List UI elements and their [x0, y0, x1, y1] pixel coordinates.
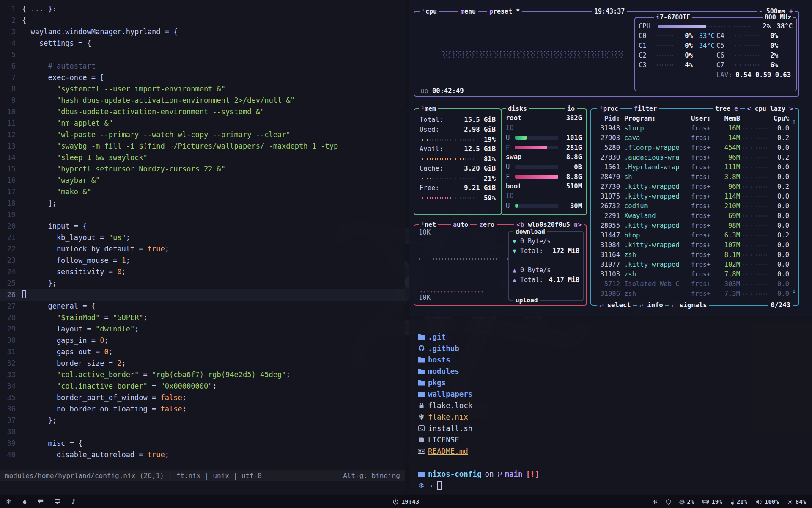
info-button[interactable]: ↵ info [637, 301, 665, 310]
code-line[interactable]: 21 kb_layout = "us"; [0, 232, 405, 243]
process-row[interactable]: 31086zshfros+7.3M0.0 [596, 289, 795, 299]
process-row[interactable]: 27903cavafros+14M0.2 [596, 133, 795, 143]
code-line[interactable]: 17 "mako &" [0, 186, 405, 198]
code-line[interactable]: 37 }; [0, 415, 405, 426]
sort-selector[interactable]: < cpu lazy > [745, 104, 795, 113]
core-row: C40% [716, 31, 793, 41]
code-line[interactable]: 15 "hyprctl setcursor Nordzy-cursors 22 … [0, 163, 405, 175]
line-number: 15 [0, 163, 22, 175]
prompt-input[interactable]: ❄ → [414, 480, 812, 491]
process-row[interactable]: 31075.kitty-wrappedfros+114M0.0 [596, 192, 795, 202]
editor-statusline: modules/home/hyprland/config.nix (26,1) … [0, 470, 405, 481]
process-row[interactable]: 31447btopfros+6.3M0.2 [596, 231, 795, 240]
code-line[interactable]: 39 misc = { [0, 438, 405, 449]
display-icon[interactable] [55, 499, 60, 504]
process-row[interactable]: 31103zshfros+7.8M0.0 [596, 270, 795, 279]
launcher-flame-icon[interactable] [22, 499, 27, 505]
scroll-up-icon[interactable]: ↑ [792, 118, 796, 125]
process-row[interactable]: 5280.floorp-wrappefros+454M0.0 [596, 143, 795, 153]
code-line[interactable]: 6 # autostart [0, 61, 405, 72]
process-row[interactable]: 27730.kitty-wrappedfros+96M0.2 [596, 182, 795, 192]
code-line[interactable]: 20 input = { [0, 221, 405, 232]
code-line[interactable]: 13 "swaybg -m fill -i $(find ~/Pictures/… [0, 141, 405, 152]
code-line[interactable]: 38 [0, 426, 405, 438]
process-row[interactable]: 31948slurpfros+16M0.0 [596, 124, 795, 133]
temperature-module[interactable]: 21% [731, 498, 747, 505]
line-number: 3 [0, 26, 22, 38]
code-line[interactable]: 1{ ... }: [0, 3, 405, 15]
network-tray-icon[interactable] [653, 499, 658, 505]
process-row[interactable]: 31077.kitty-wrappedfros+102M0.0 [596, 260, 795, 270]
process-row[interactable]: 2291Xwaylandfros+69M0.0 [596, 211, 795, 221]
preset-button[interactable]: preset * [487, 7, 522, 16]
clock-module[interactable]: 19:43 [393, 498, 419, 505]
memory-usage-module[interactable]: 19% [702, 498, 722, 505]
code-line[interactable]: 7 exec-once = [ [0, 72, 405, 83]
code-line[interactable]: 40 disable_autoreload = true; [0, 449, 405, 461]
code-line[interactable]: 12 "wl-paste --primary --watch wl-copy -… [0, 129, 405, 141]
code-line[interactable]: 36 no_border_on_floating = false; [0, 403, 405, 415]
process-row[interactable]: 31084.kitty-wrappedfros+107M0.0 [596, 240, 795, 250]
code-line[interactable]: 16 "waybar &" [0, 175, 405, 186]
line-number: 33 [0, 369, 22, 381]
process-row[interactable]: 1561.Hyprland-wrapfros+111M0.0 [596, 163, 795, 172]
code-line[interactable]: 33 "col.active_border" = "rgb(cba6f7) rg… [0, 369, 405, 381]
code-line[interactable]: 3 wayland.windowManager.hyprland = { [0, 26, 405, 38]
code-line[interactable]: 30 gaps_in = 0; [0, 335, 405, 346]
code-line[interactable]: 26 [0, 289, 405, 301]
code-line[interactable]: 4 settings = { [0, 38, 405, 49]
code-line[interactable]: 23 follow_mouse = 1; [0, 255, 405, 266]
code-line[interactable]: 31 gaps_out = 0; [0, 346, 405, 358]
process-row[interactable]: 28470shfros+3.8M0.0 [596, 172, 795, 182]
cpu-usage-module[interactable]: 2% [679, 498, 694, 505]
code-line[interactable]: 25 }; [0, 278, 405, 289]
code-line[interactable]: 5 [0, 49, 405, 61]
code-line[interactable]: 8 "systemctl --user import-environment &… [0, 83, 405, 95]
code-line[interactable]: 2{ [0, 15, 405, 26]
code-line[interactable]: 35 border_part_of_window = false; [0, 392, 405, 403]
code-line[interactable]: 29 layout = "dwindle"; [0, 323, 405, 335]
signals-button[interactable]: ↵ signals [669, 301, 709, 310]
mem-stat-row: Avail:12.5 GiB [420, 144, 496, 154]
code-line[interactable]: 18 ]; [0, 198, 405, 209]
code-line[interactable]: 19 [0, 209, 405, 221]
net-auto-button[interactable]: auto [451, 220, 470, 229]
notifications-icon[interactable] [38, 499, 44, 504]
line-number: 10 [0, 106, 22, 118]
filter-button[interactable]: filter [632, 104, 659, 113]
line-number: 2 [0, 15, 22, 26]
code-line[interactable]: 9 "hash dbus-update-activation-environme… [0, 95, 405, 106]
github-icon [414, 345, 428, 351]
scroll-down-icon[interactable]: ↓ [792, 287, 796, 295]
editor-lines[interactable]: 1{ ... }:2{3 wayland.windowManager.hyprl… [0, 3, 405, 461]
terminal-window: .git.githubhostsmodulespkgswallpapersfla… [409, 318, 812, 494]
mem-meter-row: 19% [420, 135, 496, 144]
statusline-file-info: modules/home/hyprland/config.nix (26,1) … [5, 470, 262, 481]
net-zero-button[interactable]: zero [477, 220, 497, 229]
code-line[interactable]: 28 "$mainMod" = "SUPER"; [0, 312, 405, 323]
nix-launcher-icon[interactable]: ❄ [6, 498, 11, 505]
io-mode-button[interactable]: io [565, 104, 577, 113]
volume-module[interactable]: 100% [756, 498, 779, 505]
code-line[interactable]: 32 border_size = 2; [0, 358, 405, 369]
shield-tray-icon[interactable] [666, 499, 671, 505]
process-row[interactable]: 28055.kitty-wrappedfros+98M0.0 [596, 221, 795, 231]
tree-toggle[interactable]: tree e [713, 104, 740, 113]
process-row[interactable]: 26732codiumfros+210M0.0 [596, 202, 795, 211]
code-line[interactable]: 10 "dbus-update-activation-environment -… [0, 106, 405, 118]
code-line[interactable]: 27 general = { [0, 301, 405, 312]
process-row[interactable]: 31164zshfros+8.1M0.0 [596, 250, 795, 260]
menu-button[interactable]: menu [458, 7, 478, 16]
brightness-module[interactable]: 84% [787, 498, 806, 505]
code-line[interactable]: 14 "sleep 1 && swaylock" [0, 152, 405, 163]
line-number: 21 [0, 232, 22, 243]
process-row[interactable]: 27830.audacious-wrafros+96M0.2 [596, 153, 795, 163]
core-row: C76% [716, 60, 793, 70]
process-row[interactable]: 5712Isolated Web Cfros+303M0.0 [596, 279, 795, 289]
code-line[interactable]: 24 sensitivity = 0; [0, 266, 405, 278]
code-line[interactable]: 34 "col.inactive_border" = "0x00000000"; [0, 381, 405, 392]
code-line[interactable]: 22 numlock_by_default = true; [0, 243, 405, 255]
code-line[interactable]: 11 "nm-applet &" [0, 118, 405, 129]
music-player-icon[interactable]: ♪ [71, 498, 75, 505]
select-button[interactable]: ↵ select [597, 301, 633, 310]
